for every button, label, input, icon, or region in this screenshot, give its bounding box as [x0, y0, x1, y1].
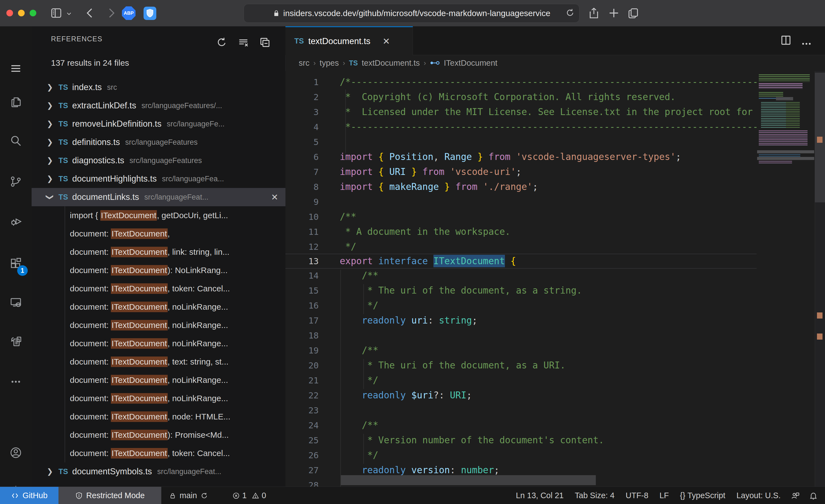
chevron-right-icon[interactable]: ❯	[46, 467, 54, 476]
file-row[interactable]: ❯TSdefinitions.tssrc/languageFeatures	[31, 133, 286, 151]
result-row[interactable]: document: ITextDocument, link: string, l…	[31, 243, 286, 261]
code-line[interactable]: 18	[286, 328, 815, 343]
horizontal-scrollbar[interactable]	[341, 475, 596, 485]
back-button[interactable]	[84, 7, 96, 19]
sync-icon[interactable]	[200, 492, 208, 500]
source-control-icon[interactable]	[9, 175, 22, 188]
breadcrumb-item[interactable]: textDocument.ts	[362, 59, 420, 68]
result-row[interactable]: document: ITextDocument,	[31, 225, 286, 243]
account-icon[interactable]	[9, 446, 22, 459]
notifications-bell-icon[interactable]	[805, 491, 822, 500]
chevron-right-icon[interactable]: ❯	[46, 101, 54, 110]
chevron-down-icon[interactable]: ❯	[46, 193, 54, 202]
code-line[interactable]: 2 * Copyright (c) Microsoft Corporation.…	[286, 89, 815, 104]
branch-item[interactable]: main	[163, 487, 214, 504]
window-zoom-button[interactable]	[30, 10, 36, 16]
remote-indicator[interactable]: GitHub	[0, 487, 59, 504]
explorer-icon[interactable]	[9, 96, 22, 109]
code-line[interactable]: 5	[286, 134, 815, 149]
code-line[interactable]: 26 */	[286, 448, 815, 463]
code-line[interactable]: 12 */	[286, 239, 815, 254]
result-row[interactable]: document: ITextDocument): Promise<Md...	[31, 426, 286, 444]
dismiss-icon[interactable]: ✕	[271, 192, 278, 202]
new-tab-icon[interactable]	[607, 7, 620, 19]
code-line[interactable]: 19 /**	[286, 343, 815, 358]
chevron-right-icon[interactable]: ❯	[46, 156, 54, 165]
shield-extension-icon[interactable]	[144, 7, 156, 20]
file-row[interactable]: ❯TSremoveLinkDefinition.tssrc/languageFe…	[31, 115, 286, 133]
result-row[interactable]: document: ITextDocument, node: HTMLE...	[31, 408, 286, 426]
menu-icon[interactable]	[9, 62, 22, 75]
run-debug-icon[interactable]	[9, 215, 22, 228]
restricted-mode-item[interactable]: Restricted Mode	[59, 487, 161, 504]
status-language-mode[interactable]: {} TypeScript	[675, 487, 731, 504]
references-view-icon[interactable]	[9, 335, 22, 348]
code-line[interactable]: 25 * Version number of the document's co…	[286, 433, 815, 448]
file-row[interactable]: ❯TSdiagnostics.tssrc/languageFeatures	[31, 151, 286, 170]
minimap[interactable]	[757, 71, 815, 504]
code-line[interactable]: 1/*-------------------------------------…	[286, 75, 815, 89]
share-icon[interactable]	[588, 7, 600, 19]
code-line[interactable]: 23	[286, 403, 815, 418]
status-eol[interactable]: LF	[654, 487, 675, 504]
clear-results-icon[interactable]	[237, 36, 249, 49]
result-row[interactable]: document: ITextDocument, text: string, s…	[31, 353, 286, 371]
result-row[interactable]: document: ITextDocument, noLinkRange...	[31, 334, 286, 353]
result-row[interactable]: document: ITextDocument, noLinkRange...	[31, 371, 286, 389]
code-line[interactable]: 20 * The uri of the document, as a URI.	[286, 358, 815, 373]
reload-icon[interactable]	[565, 8, 575, 17]
file-row[interactable]: ❯TSdocumentHighlights.tssrc/languageFea.…	[31, 170, 286, 188]
result-row[interactable]: document: ITextDocument, noLinkRange...	[31, 389, 286, 408]
search-icon[interactable]	[9, 134, 22, 147]
split-editor-icon[interactable]	[780, 34, 792, 46]
code-line[interactable]: 4 *-------------------------------------…	[286, 120, 815, 134]
breadcrumb-item[interactable]: ITextDocument	[444, 59, 498, 68]
code-line[interactable]: 15 * The uri of the document, as a strin…	[286, 283, 815, 298]
code-editor[interactable]: 1/*-------------------------------------…	[286, 71, 815, 487]
chevron-down-icon[interactable]	[66, 10, 72, 17]
code-line[interactable]: 11 * A document in the workspace.	[286, 224, 815, 239]
code-line[interactable]: 10/**	[286, 209, 815, 224]
window-minimize-button[interactable]	[18, 10, 25, 16]
result-row[interactable]: document: ITextDocument, token: Cancel..…	[31, 444, 286, 462]
file-row[interactable]: ❯TSindex.tssrc	[31, 78, 286, 96]
chevron-right-icon[interactable]: ❯	[46, 174, 54, 183]
more-views-icon[interactable]	[9, 375, 22, 388]
code-line[interactable]: 8import { makeRange } from './range';	[286, 179, 815, 194]
code-line[interactable]: 6import { Position, Range } from 'vscode…	[286, 149, 815, 164]
result-row[interactable]: document: ITextDocument, noLinkRange...	[31, 298, 286, 316]
result-row[interactable]: import { ITextDocument, getDocUri, getLi…	[31, 206, 286, 225]
collapse-all-icon[interactable]	[259, 36, 271, 49]
result-row[interactable]: document: ITextDocument, token: Cancel..…	[31, 279, 286, 298]
file-row[interactable]: ❯TSextractLinkDef.tssrc/languageFeatures…	[31, 96, 286, 115]
code-line[interactable]: 7import { URI } from 'vscode-uri';	[286, 164, 815, 179]
result-row[interactable]: document: ITextDocument): NoLinkRang...	[31, 261, 286, 279]
status-encoding[interactable]: UTF-8	[620, 487, 654, 504]
adblock-extension-icon[interactable]: ABP	[122, 6, 136, 20]
code-line[interactable]: 21 */	[286, 373, 815, 388]
code-line[interactable]: 24 /**	[286, 418, 815, 433]
file-row[interactable]: ❯TSdocumentSymbols.tssrc/languageFeat...	[31, 462, 286, 481]
status-line-col[interactable]: Ln 13, Col 21	[510, 487, 569, 504]
file-row[interactable]: ❯TSdocumentLinks.tssrc/languageFeat...✕	[31, 188, 286, 206]
forward-button[interactable]	[105, 7, 118, 19]
code-line[interactable]: 16 */	[286, 298, 815, 313]
status-keyboard-layout[interactable]: Layout: U.S.	[731, 487, 786, 504]
code-line[interactable]: 13export interface ITextDocument {	[286, 254, 815, 269]
breadcrumb-item[interactable]: types	[319, 59, 339, 68]
breadcrumb-item[interactable]: src	[299, 59, 310, 68]
sidebar-toggle-icon[interactable]	[50, 7, 63, 19]
code-line[interactable]: 22 readonly $uri?: URI;	[286, 388, 815, 403]
code-line[interactable]: 14 /**	[286, 268, 815, 283]
refresh-icon[interactable]	[216, 36, 228, 49]
window-close-button[interactable]	[6, 10, 13, 16]
tab-overview-icon[interactable]	[627, 7, 640, 19]
remote-explorer-icon[interactable]	[9, 296, 22, 309]
chevron-right-icon[interactable]: ❯	[46, 120, 54, 128]
feedback-icon[interactable]	[786, 491, 805, 500]
code-line[interactable]: 17 readonly uri: string;	[286, 313, 815, 328]
tab-close-icon[interactable]: ✕	[383, 36, 390, 47]
code-line[interactable]: 3 * Licensed under the MIT License. See …	[286, 104, 815, 120]
chevron-right-icon[interactable]: ❯	[46, 83, 54, 92]
editor-more-actions-icon[interactable]	[800, 37, 813, 51]
